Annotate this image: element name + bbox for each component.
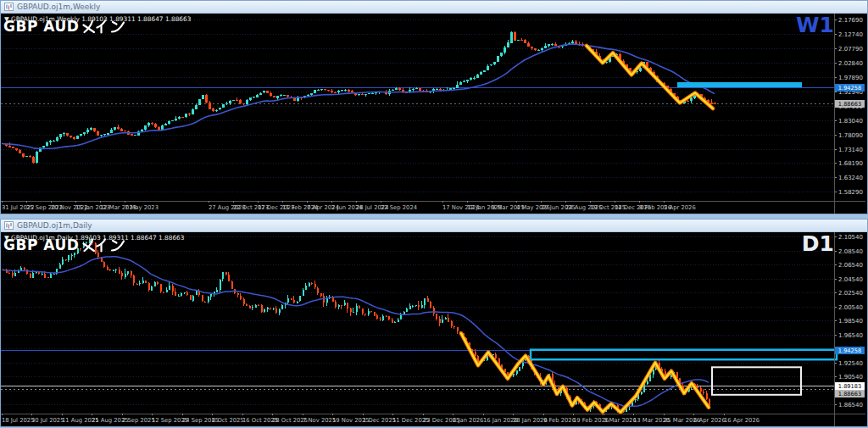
svg-text:1.83040: 1.83040 [838,118,863,125]
svg-text:1.68190: 1.68190 [838,160,863,167]
daily-chart-plot[interactable]: 2.105402.085402.065402.045402.025402.005… [1,232,865,426]
chart-canvas-daily[interactable]: 2.105402.085402.065402.045402.025402.005… [1,232,867,426]
window-titlebar-weekly[interactable]: GBPAUD.oj1m,Weekly [1,1,867,14]
svg-text:30 Jul 2025: 30 Jul 2025 [31,417,64,424]
svg-text:7 Nov 2025: 7 Nov 2025 [303,417,336,424]
drawn-rectangle-filled[interactable] [677,82,802,87]
svg-text:1.73140: 1.73140 [838,147,863,153]
svg-text:1 Dec 2025: 1 Dec 2025 [363,417,396,424]
svg-text:2.07790: 2.07790 [838,46,863,53]
svg-text:2.10540: 2.10540 [838,234,863,241]
svg-text:1.86540: 1.86540 [838,402,863,409]
chart-svg[interactable]: 2.105402.085402.065402.045402.025402.005… [1,232,865,426]
svg-text:2.06540: 2.06540 [838,262,863,269]
svg-text:1.88663: 1.88663 [838,101,861,108]
svg-text:2.02540: 2.02540 [838,290,863,297]
svg-text:6 Apr 2026: 6 Apr 2026 [693,417,726,424]
chart-svg[interactable]: 2.176902.127402.077902.028401.978901.929… [1,14,865,214]
ohlc-info-line: ▼ GBPAUD.oj1m,Daily 1.89103 1.89311 1.88… [4,234,185,242]
svg-text:1.63240: 1.63240 [838,175,863,181]
svg-text:1.92540: 1.92540 [838,360,863,367]
svg-text:2.00540: 2.00540 [838,304,863,311]
svg-text:9 Feb 2026: 9 Feb 2026 [543,417,576,424]
svg-text:2.04540: 2.04540 [838,276,863,283]
svg-text:1.97890: 1.97890 [838,75,863,81]
svg-text:2.02840: 2.02840 [838,60,863,67]
chart-window-icon [4,3,14,11]
svg-text:28 Jan 2026: 28 Jan 2026 [513,417,548,424]
svg-text:5 Apr 2026: 5 Apr 2026 [664,204,696,211]
svg-text:1.89183: 1.89183 [838,383,861,390]
svg-text:1.78090: 1.78090 [838,132,863,139]
svg-text:1.94258: 1.94258 [838,85,861,92]
svg-text:2 Sep 2025: 2 Sep 2025 [122,417,155,424]
svg-text:1.58290: 1.58290 [838,189,863,196]
svg-text:3 Mar 2026: 3 Mar 2026 [604,417,637,424]
svg-text:1.88663: 1.88663 [838,391,861,397]
svg-text:6 Jan 2026: 6 Jan 2026 [453,417,483,424]
svg-text:1.98540: 1.98540 [838,318,863,325]
svg-text:2.17690: 2.17690 [838,17,863,24]
svg-text:1.94258: 1.94258 [838,347,861,354]
chart-canvas-weekly[interactable]: 2.176902.127402.077902.028401.978901.929… [1,14,867,214]
svg-text:2.12740: 2.12740 [838,31,863,38]
window-titlebar-daily[interactable]: GBPAUD.oj1m,Daily [1,220,867,232]
svg-text:1.90540: 1.90540 [838,374,863,381]
svg-text:6 Oct 2025: 6 Oct 2025 [212,417,244,424]
svg-text:2.08540: 2.08540 [838,248,863,255]
chart-window-daily[interactable]: GBPAUD.oj1m,Daily 2.105402.085402.065402… [0,219,868,427]
svg-text:22 Sep 2024: 22 Sep 2024 [381,204,417,211]
window-title: GBPAUD.oj1m,Daily [17,220,92,231]
window-title: GBPAUD.oj1m,Weekly [17,1,100,13]
svg-text:7 May 2023: 7 May 2023 [125,204,159,211]
svg-text:18 Jul 2025: 18 Jul 2025 [2,417,34,424]
chart-window-weekly[interactable]: GBPAUD.oj1m,Weekly 2.176902.127402.07790… [0,0,868,214]
svg-text:1.96540: 1.96540 [838,332,863,339]
weekly-chart-plot[interactable]: 2.176902.127402.077902.028401.978901.929… [1,14,865,214]
ohlc-info-line: ▼ GBPAUD.oj1m,Weekly 1.89103 1.89311 1.8… [4,15,192,23]
chart-window-icon [4,221,14,230]
svg-text:16 Apr 2026: 16 Apr 2026 [724,417,760,424]
